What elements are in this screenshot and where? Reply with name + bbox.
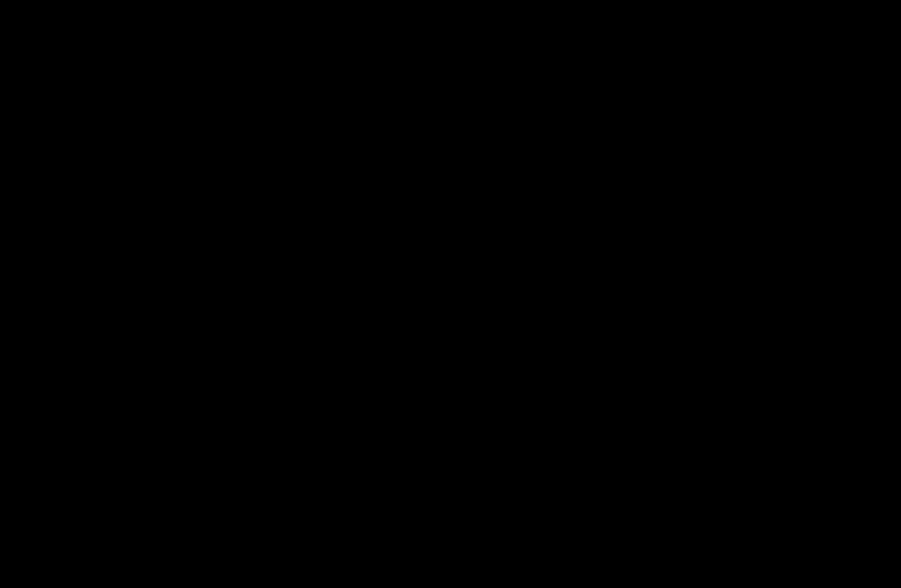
edges-svg [0,0,901,588]
graph-container [0,0,901,588]
